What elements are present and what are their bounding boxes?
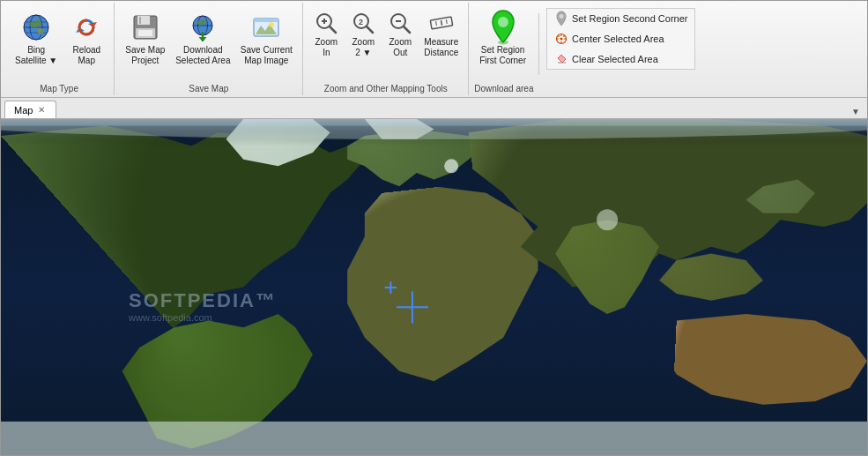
- tab-dropdown-button[interactable]: ▼: [848, 105, 864, 118]
- tab-close-button[interactable]: ✕: [36, 105, 47, 115]
- svg-line-23: [367, 26, 373, 33]
- toolbar: Bing Satellite ▼ R: [1, 1, 867, 98]
- set-region-first-corner-label: Set Region First Corner: [479, 45, 526, 66]
- toolbar-group-zoom: Zoom In 2 Zoom 2 ▼: [303, 3, 469, 95]
- globe-icon: [20, 11, 52, 43]
- center-icon: [554, 32, 568, 46]
- save-map-buttons: Save Map Project: [120, 4, 297, 82]
- save-map-project-label: Save Map Project: [125, 45, 165, 66]
- zoom-2-icon: 2: [351, 11, 375, 35]
- download-globe-icon: [187, 11, 219, 43]
- set-region-first-corner-button[interactable]: Set Region First Corner: [474, 8, 531, 70]
- download-selected-area-button[interactable]: Download Selected Area: [172, 8, 234, 70]
- save-map-title: Save Map: [189, 82, 228, 93]
- download-area-buttons: Set Region First Corner: [474, 4, 695, 82]
- svg-point-39: [560, 38, 563, 41]
- set-region-second-corner-label: Set Region Second Corner: [572, 13, 687, 24]
- tab-bar: Map ✕ ▼: [1, 98, 867, 119]
- center-selected-area-label: Center Selected Area: [572, 34, 664, 44]
- zoom-2-label: Zoom 2 ▼: [352, 37, 375, 58]
- map-type-buttons: Bing Satellite ▼ R: [10, 4, 108, 82]
- map-area[interactable]: + SOFTPEDIA™ www.softpedia.com: [1, 119, 867, 455]
- download-selected-area-label: Download Selected Area: [175, 45, 230, 66]
- svg-line-20: [330, 26, 336, 33]
- map-tab-label: Map: [14, 105, 33, 116]
- bing-satellite-label: Bing Satellite ▼: [15, 45, 57, 66]
- bing-satellite-button[interactable]: Bing Satellite ▼: [10, 8, 63, 70]
- map-type-title: Map Type: [40, 82, 78, 93]
- svg-line-26: [404, 26, 410, 33]
- zoom-out-icon: [388, 11, 412, 35]
- measure-distance-label: Measure Distance: [424, 37, 458, 58]
- toolbar-group-download-area: Set Region First Corner: [469, 3, 864, 95]
- measure-icon: [429, 11, 454, 35]
- save-map-project-button[interactable]: Save Map Project: [120, 8, 170, 70]
- floppy-icon: [130, 11, 161, 43]
- reload-map-button[interactable]: Reload Map: [64, 8, 108, 70]
- svg-point-16: [269, 22, 274, 27]
- svg-rect-7: [139, 17, 141, 24]
- zoom-buttons: Zoom In 2 Zoom 2 ▼: [308, 4, 463, 82]
- toolbar-group-save-map: Save Map Project: [115, 3, 303, 95]
- svg-point-40: [558, 35, 560, 37]
- set-region-second-corner-item[interactable]: Set Region Second Corner: [547, 9, 694, 28]
- svg-marker-42: [558, 55, 566, 63]
- svg-point-32: [498, 17, 508, 27]
- reload-map-label: Reload Map: [72, 45, 100, 66]
- svg-text:2: 2: [359, 18, 363, 26]
- save-current-map-image-button[interactable]: Save Current Map Image: [235, 8, 297, 70]
- svg-line-30: [446, 19, 447, 24]
- zoom-in-button[interactable]: Zoom In: [308, 8, 344, 61]
- svg-line-28: [435, 21, 436, 26]
- image-icon: [250, 11, 282, 43]
- save-current-map-image-label: Save Current Map Image: [241, 45, 293, 66]
- clear-selected-area-label: Clear Selected Area: [572, 54, 658, 64]
- zoom-out-label: Zoom Out: [389, 37, 412, 58]
- reload-icon: [70, 11, 102, 43]
- svg-point-41: [563, 35, 565, 37]
- download-area-title: Download area: [474, 82, 533, 93]
- app-window: Bing Satellite ▼ R: [0, 0, 868, 456]
- pin-grey-icon: [554, 11, 568, 26]
- separator: [538, 13, 539, 75]
- clear-selected-area-item[interactable]: Clear Selected Area: [547, 49, 694, 69]
- toolbar-group-map-type: Bing Satellite ▼ R: [4, 3, 115, 95]
- center-selected-area-item[interactable]: Center Selected Area: [547, 29, 694, 49]
- download-area-menu: Set Region Second Corner: [546, 8, 695, 70]
- zoom-tools-title: Zoom and Other Mapping Tools: [324, 82, 448, 93]
- zoom-in-label: Zoom In: [315, 37, 338, 58]
- svg-rect-9: [138, 30, 152, 36]
- measure-distance-button[interactable]: Measure Distance: [419, 8, 463, 61]
- zoom-in-icon: [314, 11, 338, 35]
- svg-point-33: [560, 14, 564, 19]
- map-tab[interactable]: Map ✕: [4, 101, 56, 118]
- svg-rect-15: [254, 19, 278, 22]
- zoom-2-button[interactable]: 2 Zoom 2 ▼: [345, 8, 381, 61]
- svg-line-29: [441, 20, 441, 26]
- pin-green-icon: [487, 11, 519, 43]
- zoom-out-button[interactable]: Zoom Out: [382, 8, 418, 61]
- eraser-icon: [554, 52, 568, 66]
